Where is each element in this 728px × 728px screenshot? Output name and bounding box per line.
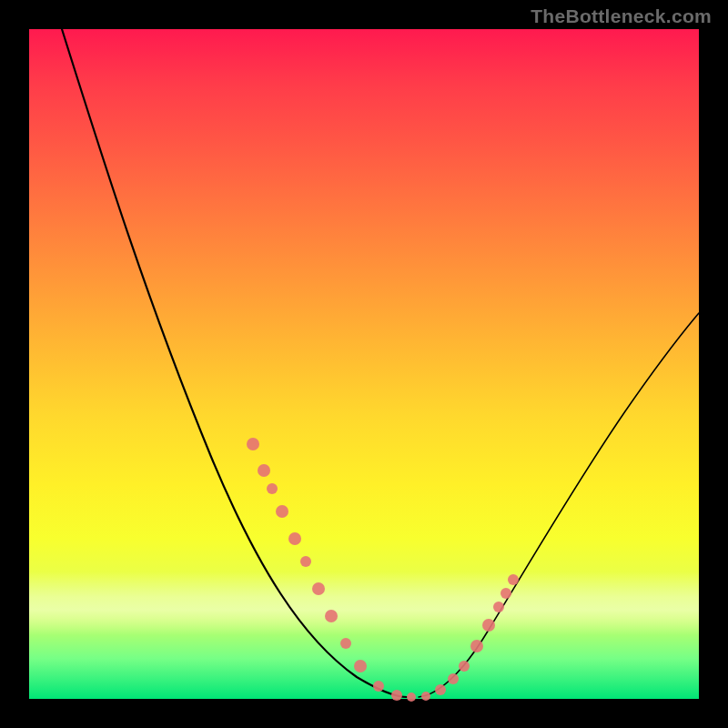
marker-dot [312,582,325,595]
markers-right [421,574,519,701]
chart-plot-area [29,29,699,699]
marker-dot [354,660,367,672]
marker-dot [482,619,495,632]
chart-frame: TheBottleneck.com [0,0,728,728]
marker-dot [247,438,259,450]
marker-dot [470,640,483,652]
marker-dot [288,532,301,545]
marker-dot [267,483,278,494]
marker-dot [340,638,351,649]
curve-right [419,313,699,697]
marker-dot [407,693,416,702]
curve-left [62,29,407,697]
marker-dot [325,610,338,622]
marker-dot [459,661,470,672]
watermark-text: TheBottleneck.com [531,5,712,27]
chart-svg [29,29,699,699]
marker-dot [373,681,384,692]
marker-dot [300,556,311,567]
marker-dot [448,673,459,684]
marker-dot [493,602,504,612]
marker-dot [508,574,519,585]
marker-dot [276,505,288,518]
marker-dot [391,690,402,701]
marker-dot [421,692,430,701]
marker-dot [435,684,446,695]
markers-left [247,438,416,702]
marker-dot [258,464,270,477]
marker-dot [500,588,511,599]
